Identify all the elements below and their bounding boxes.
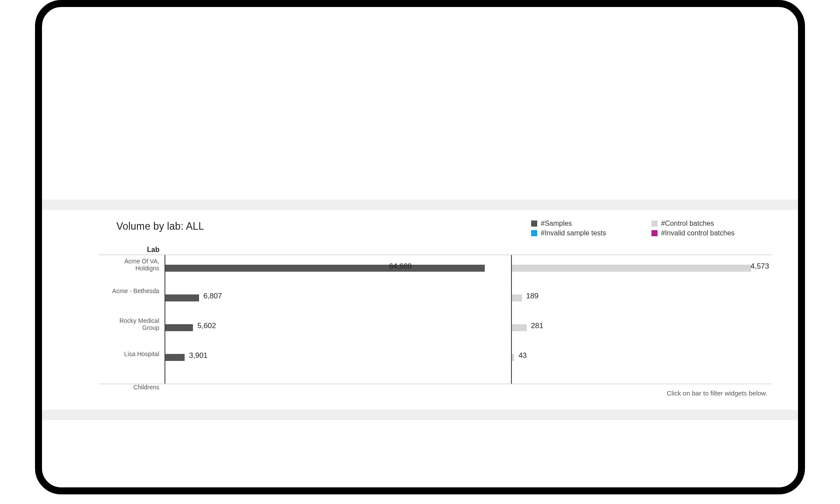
bar-row: 5,602281	[165, 315, 772, 340]
bar-value-label: 64,689	[389, 262, 412, 271]
bar-control-batches[interactable]	[512, 324, 527, 331]
bar-row: 64,6894,573	[165, 256, 772, 280]
legend-item[interactable]: #Invalid sample tests	[531, 229, 651, 237]
chart-hint: Click on bar to filter widgets below.	[667, 389, 767, 397]
divider-band-top	[42, 200, 798, 210]
bar-samples[interactable]	[165, 354, 185, 361]
device-frame: Volume by lab: ALL #Samples#Control batc…	[35, 0, 805, 494]
bar-value-label: 3,901	[189, 351, 208, 360]
legend-item[interactable]: #Invalid control batches	[651, 229, 772, 237]
bar-control-batches[interactable]	[512, 265, 751, 272]
bar-control-batches[interactable]	[512, 354, 514, 361]
bar-value-label: 189	[526, 292, 539, 301]
y-tick-label: Acme - Bethesda	[102, 287, 159, 294]
y-axis-title: Lab	[147, 246, 159, 254]
chart-plot: Acme Of VA, HoldignsAcme - BethesdaRocky…	[99, 255, 772, 384]
bar-row: 3,90143	[165, 345, 772, 370]
legend-label: #Control batches	[661, 220, 714, 228]
bar-control-batches[interactable]	[512, 294, 522, 301]
bar-samples[interactable]	[165, 294, 199, 301]
bar-row: 6,807189	[165, 286, 772, 310]
y-tick-label: Acme Of VA, Holdigns	[102, 258, 159, 272]
bar-value-label: 43	[518, 351, 527, 360]
y-tick-label: Rocky Medical Group	[102, 317, 159, 331]
bar-value-label: 281	[531, 322, 543, 330]
content-area: Volume by lab: ALL #Samples#Control batc…	[42, 7, 798, 487]
legend-swatch	[651, 220, 658, 227]
legend-item[interactable]: #Samples	[531, 220, 651, 228]
bar-samples[interactable]	[165, 324, 193, 331]
legend-item[interactable]: #Control batches	[651, 220, 772, 228]
chart-card: Volume by lab: ALL #Samples#Control batc…	[42, 210, 798, 487]
bar-value-label: 4,573	[750, 262, 769, 271]
bar-samples[interactable]	[165, 265, 485, 272]
legend-label: #Invalid control batches	[661, 229, 735, 237]
y-tick-label: Childrens	[102, 384, 159, 391]
legend-label: #Samples	[541, 220, 572, 228]
legend-swatch	[531, 220, 537, 227]
bar-value-label: 6,807	[203, 292, 222, 301]
legend-swatch	[651, 230, 658, 236]
legend-label: #Invalid sample tests	[541, 229, 606, 237]
divider-band-bottom	[42, 410, 798, 420]
y-axis: Acme Of VA, HoldignsAcme - BethesdaRocky…	[99, 255, 165, 384]
legend-swatch	[531, 230, 537, 236]
y-tick-label: Lisa Hospital	[102, 350, 159, 357]
chart-legend: #Samples#Control batches#Invalid sample …	[531, 220, 772, 237]
bar-value-label: 5,602	[197, 322, 216, 330]
